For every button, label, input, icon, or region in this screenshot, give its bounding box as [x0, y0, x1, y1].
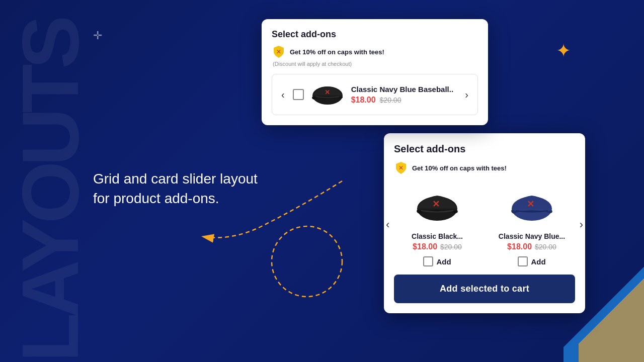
- grid-product-1-add-label: Add: [436, 257, 451, 266]
- shield-icon-grid: ✕: [394, 161, 408, 175]
- grid-product-1-sale: $18.00: [413, 242, 437, 251]
- plus-icon: ✛: [93, 30, 102, 41]
- card-grid-title: Select add-ons: [394, 143, 575, 155]
- grid-product-1-orig: $20.00: [440, 243, 462, 251]
- card-grid: Select add-ons ✕ Get 10% off on caps wit…: [384, 133, 585, 313]
- discount-text-slider: Get 10% off on caps with tees!: [290, 48, 384, 56]
- slider-prices: $18.00 $20.00: [351, 96, 457, 105]
- grid-product-1-add-row: Add: [423, 256, 451, 266]
- grid-product-2-prices: $18.00 $20.00: [507, 242, 556, 251]
- slider-item: ‹ ✕ Classic Navy Blue Baseball..: [272, 74, 478, 115]
- slider-checkbox[interactable]: [293, 89, 304, 100]
- svg-text:✕: ✕: [325, 88, 330, 96]
- slider-next-button[interactable]: ›: [463, 89, 470, 101]
- slider-price-sale: $18.00: [351, 96, 376, 105]
- add-to-cart-button[interactable]: Add selected to cart: [394, 275, 575, 303]
- tagline-line1: Grid and card slider layout: [93, 171, 258, 187]
- grid-product-2-name: Classic Navy Blue...: [499, 232, 565, 240]
- grid-product-1-prices: $18.00 $20.00: [413, 242, 462, 251]
- svg-text:✕: ✕: [432, 199, 440, 209]
- grid-product-2-orig: $20.00: [535, 243, 556, 251]
- card-slider: Select add-ons ✕ Get 10% off on caps wit…: [262, 19, 488, 125]
- grid-product-2-add-row: Add: [518, 256, 545, 266]
- grid-product-2-image: ✕: [507, 183, 557, 228]
- discount-badge-grid: ✕ Get 10% off on caps with tees!: [394, 161, 575, 175]
- grid-product-2-add-label: Add: [531, 257, 545, 266]
- svg-text:✕: ✕: [527, 199, 534, 209]
- discount-text-grid: Get 10% off on caps with tees!: [412, 164, 507, 172]
- grid-product-1-image: ✕: [412, 183, 462, 228]
- shield-icon: ✕: [272, 45, 286, 59]
- product-image-slider: ✕: [310, 79, 345, 110]
- star-icon: ✦: [556, 40, 571, 61]
- grid-product-1: ✕ Classic Black... $18.00 $20.00 Add: [394, 183, 480, 266]
- slider-product-name: Classic Navy Blue Baseball..: [351, 85, 457, 94]
- svg-point-1: [272, 226, 342, 297]
- tagline: Grid and card slider layout for product …: [93, 169, 258, 208]
- discount-badge-slider: ✕ Get 10% off on caps with tees!: [272, 45, 478, 59]
- watermark-text: LAYOUTS: [10, 0, 91, 362]
- background: LAYOUTS ✛ ✦ Grid and card slider layout …: [0, 0, 644, 362]
- grid-product-2-sale: $18.00: [507, 242, 532, 251]
- grid-product-1-name: Classic Black...: [412, 232, 463, 240]
- svg-text:✕: ✕: [398, 164, 404, 171]
- tagline-line2: for product add-ons.: [93, 191, 219, 207]
- slider-prev-button[interactable]: ‹: [279, 89, 287, 101]
- grid-prev-button[interactable]: ‹: [386, 218, 389, 231]
- dashed-circle: [267, 221, 347, 302]
- slider-price-orig: $20.00: [380, 96, 401, 104]
- grid-next-button[interactable]: ›: [580, 218, 583, 231]
- card-slider-title: Select add-ons: [272, 29, 478, 40]
- slider-product-info: Classic Navy Blue Baseball.. $18.00 $20.…: [351, 85, 457, 105]
- discount-sub-slider: (Discount will apply at checkout): [273, 61, 478, 67]
- grid-products: ‹ ✕ Classic Black... $18.00 $20.00: [394, 183, 575, 266]
- grid-product-1-checkbox[interactable]: [423, 256, 433, 266]
- grid-product-2: ✕ Classic Navy Blue... $18.00 $20.00 Add: [489, 183, 575, 266]
- grid-product-2-checkbox[interactable]: [518, 256, 528, 266]
- svg-text:✕: ✕: [276, 48, 281, 55]
